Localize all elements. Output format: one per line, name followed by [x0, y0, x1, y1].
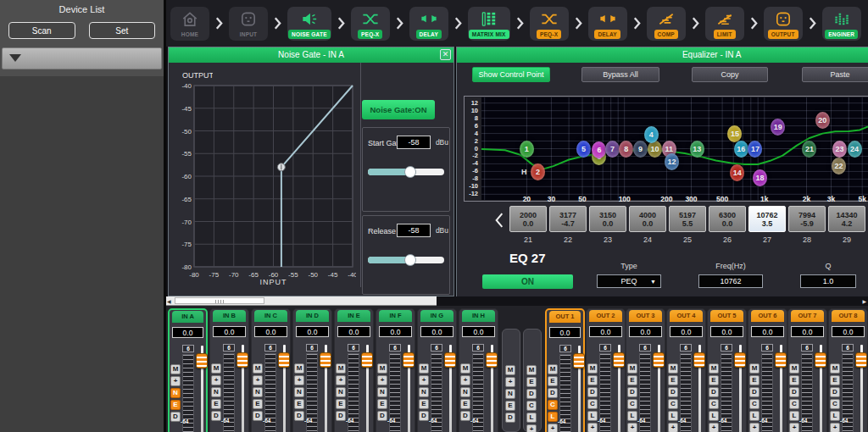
channel-button-e[interactable]: E [526, 377, 537, 387]
channel-gain-value[interactable]: 0.0 [213, 326, 246, 337]
channel-button-e[interactable]: E [749, 375, 760, 385]
channel-button-e[interactable]: E [211, 399, 221, 409]
eq-band-cell-23[interactable]: 31500.0 [589, 206, 626, 232]
channel-button-e[interactable]: E [336, 399, 346, 409]
channel-tab[interactable]: OUT 7 [791, 310, 824, 322]
channel-button-m[interactable]: M [668, 363, 678, 374]
channel-gain-value[interactable]: 0.0 [379, 326, 412, 337]
channel-button-l[interactable]: L [526, 413, 537, 423]
eq-control-point-17[interactable]: 17 [748, 141, 762, 158]
channel-button-e[interactable]: E [548, 376, 558, 386]
channel-button-m[interactable]: M [587, 363, 598, 374]
channel-button-m[interactable]: M [709, 363, 719, 374]
channel-button-plus[interactable]: + [627, 423, 637, 432]
channel-button-n[interactable]: N [460, 387, 470, 397]
channel-button-e[interactable]: E [460, 399, 470, 409]
channel-button-l[interactable]: L [668, 411, 678, 421]
channel-button-c[interactable]: C [789, 399, 799, 409]
eq-control-point-5[interactable]: 5 [576, 141, 591, 158]
channel-button-c[interactable]: C [587, 399, 598, 409]
eq-control-point-9[interactable]: 9 [633, 141, 648, 158]
fader-handle[interactable] [486, 352, 498, 368]
fader-handle[interactable] [361, 352, 373, 368]
eq-control-point-8[interactable]: 8 [619, 141, 633, 158]
toolbar-item-peq-x[interactable]: PEQ-X [351, 7, 390, 41]
channel-button-e[interactable]: E [170, 400, 181, 410]
channel-button-m[interactable]: M [526, 365, 537, 375]
channel-button-d[interactable]: D [587, 387, 598, 397]
channel-button-n[interactable]: N [253, 387, 263, 397]
channel-tab[interactable]: IN G [420, 310, 453, 322]
channel-button-m[interactable]: M [505, 365, 515, 375]
q-input[interactable]: 1.0 [800, 274, 856, 288]
freq-input[interactable]: 10762 [698, 274, 763, 288]
release-gate-slider[interactable] [368, 257, 444, 263]
channel-button-n[interactable]: N [294, 387, 304, 397]
show-control-point-button[interactable]: Show Control Point [472, 67, 550, 82]
channel-button-d[interactable]: D [709, 387, 719, 397]
noise-gate-on-button[interactable]: Noise Gate:ON [362, 100, 435, 119]
channel-button-plus[interactable]: + [460, 375, 470, 385]
toolbar-item-matrix-mix[interactable]: MATRIX MIX [468, 7, 510, 41]
channel-button-l[interactable]: L [587, 411, 598, 421]
channel-button-d[interactable]: D [627, 387, 637, 397]
channel-button-e[interactable]: E [627, 375, 637, 385]
channel-button-d[interactable]: D [749, 387, 760, 397]
channel-button-e[interactable]: E [377, 399, 387, 409]
channel-button-d[interactable]: D [460, 411, 470, 421]
eq-band-cell-27[interactable]: 107623.5 [748, 206, 786, 232]
channel-button-d[interactable]: D [419, 411, 429, 421]
eq-response-graph[interactable]: 12H3567891041112131415161718192021222324 [481, 97, 868, 200]
eq-control-point-22[interactable]: 22 [832, 158, 846, 174]
channel-button-l[interactable]: L [548, 412, 558, 422]
fader-handle[interactable] [320, 352, 331, 368]
bypass-all-button[interactable]: Bypass All [581, 67, 659, 82]
channel-button-c[interactable]: C [627, 399, 637, 409]
channel-tab[interactable]: OUT 8 [832, 310, 865, 322]
channel-button-c[interactable]: C [526, 401, 537, 411]
fader-handle[interactable] [613, 352, 625, 368]
channel-button-d[interactable]: D [336, 411, 346, 421]
toolbar-item-peq-x[interactable]: PEQ-X [530, 7, 569, 41]
scan-button[interactable]: Scan [8, 22, 75, 39]
channel-button-e[interactable]: E [419, 399, 429, 409]
channel-button-n[interactable]: N [170, 388, 181, 398]
toolbar-item-enginer[interactable]: ENGINER [822, 7, 861, 41]
channel-gain-value[interactable]: 0.0 [670, 326, 703, 337]
channel-button-l[interactable]: L [627, 411, 637, 421]
channel-gain-value[interactable]: 0.0 [710, 326, 743, 337]
channel-tab[interactable]: OUT 4 [670, 310, 703, 322]
channel-tab[interactable]: OUT 5 [710, 310, 743, 322]
channel-button-m[interactable]: M [789, 363, 799, 374]
channel-button-e[interactable]: E [789, 375, 799, 385]
device-select-dropdown[interactable] [2, 47, 162, 69]
channel-button-plus[interactable]: + [170, 376, 181, 386]
channel-gain-value[interactable]: 0.0 [791, 326, 824, 337]
channel-gain-value[interactable]: 0.0 [296, 326, 329, 337]
eq-control-point-24[interactable]: 24 [848, 141, 862, 158]
fader-handle[interactable] [278, 352, 290, 368]
channel-button-d[interactable]: D [830, 387, 840, 397]
channel-button-m[interactable]: M [548, 364, 558, 374]
start-gate-slider-thumb[interactable] [404, 166, 416, 178]
channel-button-d[interactable]: D [548, 388, 558, 398]
channel-button-n[interactable]: N [419, 387, 429, 397]
channel-button-l[interactable]: L [830, 411, 840, 421]
channel-button-c[interactable]: C [668, 399, 678, 409]
fader-handle[interactable] [855, 352, 867, 368]
channel-tab[interactable]: OUT 3 [629, 310, 662, 322]
toolbar-item-home[interactable]: HOME [170, 7, 209, 41]
channel-button-m[interactable]: M [419, 363, 429, 374]
channel-button-d[interactable]: D [526, 389, 537, 399]
channel-button-e[interactable]: E [668, 375, 678, 385]
eq-band-cell-28[interactable]: 7994-5.9 [788, 206, 826, 232]
fader-handle[interactable] [653, 352, 665, 368]
toolbar-item-comp[interactable]: COMP [647, 7, 686, 41]
channel-button-m[interactable]: M [294, 363, 304, 374]
channel-button-plus[interactable]: + [587, 423, 598, 432]
channel-tab[interactable]: IN H [462, 310, 495, 322]
channel-button-m[interactable]: M [336, 363, 346, 374]
channel-tab[interactable]: IN C [254, 310, 287, 322]
channel-button-plus[interactable]: + [749, 423, 760, 432]
channel-gain-value[interactable]: 0.0 [254, 326, 287, 337]
